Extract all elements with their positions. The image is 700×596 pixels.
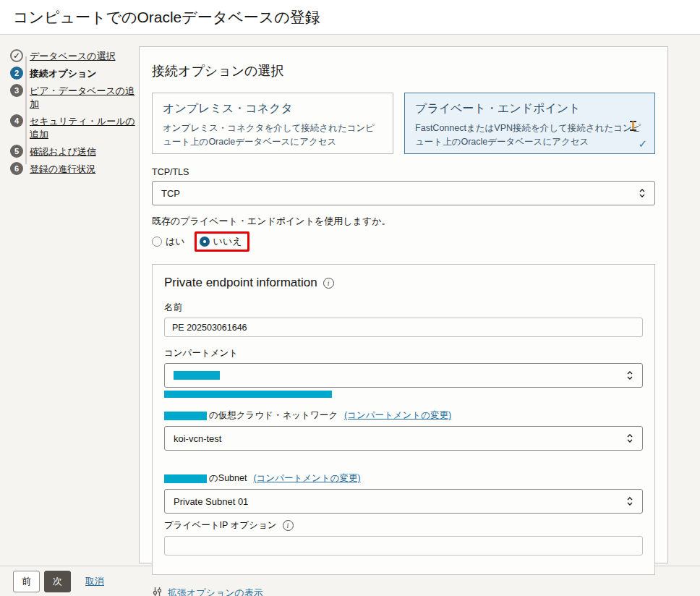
info-icon[interactable]: i [283, 520, 294, 531]
radio-yes-icon[interactable] [152, 237, 162, 247]
radio-no-label: いいえ [213, 235, 242, 248]
check-icon: ✓ [13, 51, 20, 61]
vcn-change-compartment-link[interactable]: (コンパートメントの変更) [344, 409, 451, 422]
private-ip-input[interactable] [164, 536, 643, 555]
existing-pe-radio-group: はい いいえ [152, 231, 655, 252]
name-label: 名前 [164, 302, 643, 314]
annotation-highlight-box: いいえ [195, 231, 249, 252]
subnet-label-row: のSubnet (コンパートメントの変更) [164, 472, 643, 485]
private-endpoint-info-panel: Private endpoint information i 名前 コンパートメ… [152, 264, 655, 575]
step-label-review-submit[interactable]: 確認および送信 [30, 145, 96, 158]
radio-option-no[interactable]: いいえ [200, 235, 242, 248]
redacted-compartment-name [164, 474, 207, 483]
page-title: コンピュートでのOracleデータベースの登録 [13, 7, 320, 27]
page-header: コンピュートでのOracleデータベースの登録 [0, 0, 700, 35]
select-chevron-icon [639, 187, 646, 199]
vcn-label: の仮想クラウド・ネットワーク [209, 409, 338, 422]
tcp-tls-selected-value: TCP [161, 188, 180, 199]
step-connection-options: 2 接続オプション [10, 67, 139, 80]
advanced-options-row: 拡張オプションの表示 [152, 587, 655, 596]
connection-option-card-onprem-connector[interactable]: オンプレミス・コネクタ オンプレミス・コネクタを介して接続されたコンピュート上の… [152, 93, 393, 154]
step-label-peer-database[interactable]: ピア・データベースの追加 [30, 84, 139, 111]
previous-button[interactable]: 前 [13, 571, 40, 592]
name-input[interactable] [164, 318, 643, 337]
existing-pe-question: 既存のプライベート・エンドポイントを使用しますか。 [152, 215, 655, 228]
main-panel: 接続オプションの選択 オンプレミス・コネクタ オンプレミス・コネクタを介して接続… [139, 46, 668, 563]
selected-check-icon: ✓ [638, 137, 647, 150]
tcp-tls-label: TCP/TLS [152, 167, 655, 177]
step-number-circle: 4 [10, 114, 23, 127]
vcn-selected-value: koi-vcn-test [174, 433, 221, 444]
step-registration-progress[interactable]: 6 登録の進行状況 [10, 162, 139, 176]
compartment-label: コンパートメント [164, 347, 643, 359]
private-ip-label-row: プライベートIP オプション i [164, 519, 643, 532]
compartment-select[interactable] [164, 363, 643, 388]
step-number-circle: 3 [10, 84, 23, 97]
subnet-selected-value: Private Subnet 01 [174, 496, 248, 507]
step-security-rules[interactable]: 4 セキュリティ・ルールの追加 [10, 114, 139, 141]
step-done-circle: ✓ [10, 49, 23, 62]
subnet-label: のSubnet [209, 472, 247, 485]
private-endpoint-info-title: Private endpoint information [164, 276, 317, 290]
redacted-compartment-path [164, 391, 332, 398]
card-title: プライベート・エンドポイント [415, 101, 644, 116]
step-label-registration-progress[interactable]: 登録の進行状況 [30, 162, 95, 176]
cancel-link[interactable]: 取消 [85, 575, 104, 588]
card-description: オンプレミス・コネクタを介して接続されたコンピュート上のOracleデータベース… [163, 122, 383, 150]
radio-option-yes[interactable]: はい [152, 235, 185, 248]
card-title: オンプレミス・コネクタ [163, 101, 383, 116]
step-peer-database[interactable]: 3 ピア・データベースの追加 [10, 84, 139, 111]
content-area: ✓ データベースの選択 2 接続オプション 3 ピア・データベースの追加 4 セ… [0, 35, 700, 566]
tcp-tls-select[interactable]: TCP [152, 181, 655, 205]
text-cursor-artifact [630, 121, 636, 131]
private-ip-label: プライベートIP オプション [164, 519, 277, 532]
connection-option-card-private-endpoint[interactable]: プライベート・エンドポイント FastConnectまたはVPN接続を介して接続… [404, 93, 655, 154]
radio-no-icon[interactable] [200, 237, 210, 247]
wizard-step-list: ✓ データベースの選択 2 接続オプション 3 ピア・データベースの追加 4 セ… [10, 49, 139, 176]
vcn-label-row: の仮想クラウド・ネットワーク (コンパートメントの変更) [164, 409, 643, 422]
select-chevron-icon [626, 433, 633, 444]
private-endpoint-info-heading: Private endpoint information i [164, 276, 643, 290]
step-label-security-rules[interactable]: セキュリティ・ルールの追加 [30, 114, 139, 141]
step-number-circle: 5 [10, 145, 23, 158]
section-heading: 接続オプションの選択 [152, 62, 655, 80]
subnet-select[interactable]: Private Subnet 01 [164, 489, 643, 514]
wizard-stepper: ✓ データベースの選択 2 接続オプション 3 ピア・データベースの追加 4 セ… [0, 35, 139, 566]
card-description: FastConnectまたはVPN接続を介して接続されたコンピュート上のOrac… [415, 122, 644, 150]
select-chevron-icon [626, 495, 633, 507]
connection-option-cards: オンプレミス・コネクタ オンプレミス・コネクタを介して接続されたコンピュート上の… [152, 93, 655, 154]
select-chevron-icon [626, 370, 633, 381]
next-button[interactable]: 次 [44, 571, 71, 592]
step-number-circle: 6 [10, 162, 23, 175]
redacted-compartment-name [164, 412, 207, 420]
step-label-connection-options: 接続オプション [30, 67, 97, 80]
info-icon[interactable]: i [323, 278, 334, 289]
vcn-select[interactable]: koi-vcn-test [164, 426, 643, 451]
step-review-submit[interactable]: 5 確認および送信 [10, 145, 139, 158]
step-number-circle: 2 [10, 67, 23, 80]
step-database-selection[interactable]: ✓ データベースの選択 [10, 49, 139, 63]
step-label-database-selection[interactable]: データベースの選択 [30, 49, 116, 63]
sliders-icon [152, 587, 163, 596]
subnet-change-compartment-link[interactable]: (コンパートメントの変更) [253, 472, 360, 485]
redacted-compartment-value [174, 371, 220, 380]
radio-yes-label: はい [166, 235, 185, 248]
show-advanced-options-link[interactable]: 拡張オプションの表示 [168, 587, 263, 596]
